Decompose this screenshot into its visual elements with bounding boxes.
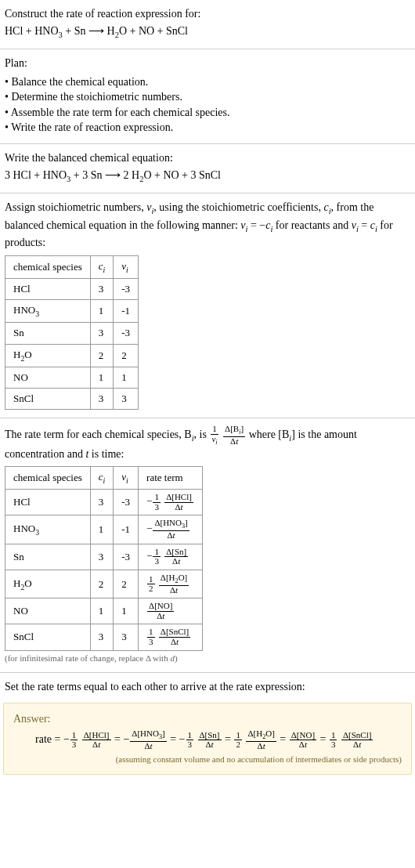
table-header-row: chemical species ci νi [5, 255, 139, 278]
cell-species: H2O [5, 570, 91, 598]
table-row: NO11Δ[NO]Δt [5, 599, 203, 624]
cell-c: 2 [90, 570, 114, 598]
cell-v: 2 [114, 344, 139, 367]
col-rate: rate term [139, 467, 203, 490]
col-vi: νi [114, 255, 139, 278]
cell-rate: −13 Δ[HCl]Δt [139, 490, 203, 515]
rateterm-text: The rate term for each chemical species,… [5, 425, 410, 461]
cell-species: HCl [5, 490, 91, 515]
cell-species: Sn [5, 323, 91, 344]
prompt-equation: HCl + HNO3 + Sn ⟶ H2O + NO + SnCl [5, 24, 410, 41]
plan-list: Balance the chemical equation. Determine… [5, 74, 410, 136]
plan-item: Determine the stoichiometric numbers. [5, 89, 410, 105]
cell-v: 3 [114, 388, 139, 409]
cell-c: 1 [90, 300, 114, 323]
prompt-heading: Construct the rate of reaction expressio… [5, 6, 410, 22]
balanced-heading: Write the balanced chemical equation: [5, 150, 410, 166]
answer-note: (assuming constant volume and no accumul… [13, 754, 402, 765]
cell-c: 3 [90, 278, 114, 299]
cell-v: -3 [114, 323, 139, 344]
cell-c: 3 [90, 323, 114, 344]
cell-v: 1 [114, 367, 139, 388]
table-row: H2O22 [5, 344, 139, 367]
rateterm-section: The rate term for each chemical species,… [0, 418, 415, 673]
cell-species: NO [5, 599, 91, 624]
cell-species: Sn [5, 544, 91, 570]
cell-c: 1 [90, 599, 114, 624]
answer-box: Answer: rate = −13 Δ[HCl]Δt = −Δ[HNO3]Δt… [3, 703, 412, 775]
cell-v: -3 [114, 490, 139, 515]
rateterm-table: chemical species ci νi rate term HCl3-3−… [5, 466, 203, 650]
cell-v: -1 [114, 515, 139, 544]
cell-c: 3 [90, 544, 114, 570]
col-ci: ci [90, 467, 114, 490]
cell-species: SnCl [5, 624, 91, 650]
col-vi: νi [114, 467, 139, 490]
col-ci: ci [90, 255, 114, 278]
plan-heading: Plan: [5, 56, 410, 71]
cell-species: H2O [5, 344, 91, 367]
cell-species: HNO3 [5, 300, 91, 323]
plan-section: Plan: Balance the chemical equation. Det… [0, 49, 415, 144]
cell-species: NO [5, 367, 91, 388]
cell-v: 1 [114, 599, 139, 624]
balanced-section: Write the balanced chemical equation: 3 … [0, 144, 415, 193]
prompt-section: Construct the rate of reaction expressio… [0, 0, 415, 49]
col-species: chemical species [5, 467, 91, 490]
cell-c: 3 [90, 624, 114, 650]
answer-expression: rate = −13 Δ[HCl]Δt = −Δ[HNO3]Δt = −13 Δ… [13, 729, 402, 750]
assign-section: Assign stoichiometric numbers, νi, using… [0, 193, 415, 418]
table-row: H2O2212 Δ[H2O]Δt [5, 570, 203, 598]
table-row: HCl3-3 [5, 278, 139, 299]
cell-c: 1 [90, 515, 114, 544]
balanced-equation: 3 HCl + HNO3 + 3 Sn ⟶ 2 H2O + NO + 3 SnC… [5, 168, 410, 185]
col-species: chemical species [5, 255, 91, 278]
cell-c: 3 [90, 388, 114, 409]
cell-v: 3 [114, 624, 139, 650]
stoich-table: chemical species ci νi HCl3-3 HNO31-1 Sn… [5, 255, 139, 410]
cell-species: HCl [5, 278, 91, 299]
cell-v: -3 [114, 544, 139, 570]
cell-rate: 12 Δ[H2O]Δt [139, 570, 203, 598]
cell-rate: Δ[NO]Δt [139, 599, 203, 624]
final-text: Set the rate terms equal to each other t… [5, 679, 410, 695]
cell-v: -3 [114, 278, 139, 299]
cell-v: 2 [114, 570, 139, 598]
cell-rate: −13 Δ[Sn]Δt [139, 544, 203, 570]
table-row: SnCl3313 Δ[SnCl]Δt [5, 624, 203, 650]
plan-item: Assemble the rate term for each chemical… [5, 105, 410, 121]
table-row: HCl3-3−13 Δ[HCl]Δt [5, 490, 203, 515]
plan-item: Balance the chemical equation. [5, 74, 410, 90]
cell-c: 1 [90, 367, 114, 388]
table-row: NO11 [5, 367, 139, 388]
table-row: HNO31-1−Δ[HNO3]Δt [5, 515, 203, 544]
cell-v: -1 [114, 300, 139, 323]
cell-species: HNO3 [5, 515, 91, 544]
cell-species: SnCl [5, 388, 91, 409]
assign-text: Assign stoichiometric numbers, νi, using… [5, 200, 410, 251]
rateterm-note: (for infinitesimal rate of change, repla… [5, 653, 410, 664]
cell-c: 3 [90, 490, 114, 515]
cell-c: 2 [90, 344, 114, 367]
plan-item: Write the rate of reaction expression. [5, 120, 410, 136]
table-header-row: chemical species ci νi rate term [5, 467, 203, 490]
table-row: Sn3-3 [5, 323, 139, 344]
cell-rate: −Δ[HNO3]Δt [139, 515, 203, 544]
table-row: SnCl33 [5, 388, 139, 409]
cell-rate: 13 Δ[SnCl]Δt [139, 624, 203, 650]
final-section: Set the rate terms equal to each other t… [0, 673, 415, 698]
answer-title: Answer: [13, 711, 402, 727]
table-row: HNO31-1 [5, 300, 139, 323]
table-row: Sn3-3−13 Δ[Sn]Δt [5, 544, 203, 570]
